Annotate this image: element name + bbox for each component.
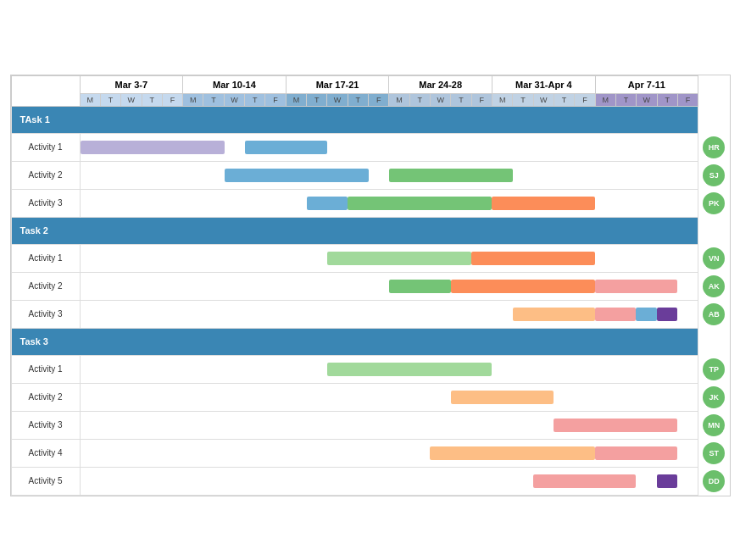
main-container: Mar 3-7Mar 10-14Mar 17-21Mar 24-28Mar 31… [6, 56, 735, 505]
day-header: F [162, 93, 182, 106]
avatar-cell: JK [698, 383, 730, 411]
day-header: M [595, 93, 615, 106]
task-label: Task 3 [11, 328, 698, 355]
avatar: JK [703, 386, 725, 408]
activity-row: Activity 1VN [11, 244, 730, 272]
day-header: W [224, 93, 244, 106]
avatar-cell: DD [698, 467, 730, 495]
day-header: T [657, 93, 677, 106]
gantt-bar [533, 474, 636, 488]
gantt-bar [327, 363, 492, 376]
gantt-bar [471, 252, 595, 265]
day-header: M [183, 93, 203, 106]
gantt-bar [595, 280, 677, 293]
avatar: DD [703, 470, 725, 492]
bar-cell [80, 189, 698, 217]
avatar: ST [703, 442, 725, 464]
day-header: F [471, 93, 492, 106]
avatar-cell: VN [698, 244, 730, 272]
activity-label: Activity 3 [11, 300, 80, 328]
week-header: Mar 10-14 [183, 75, 287, 93]
gantt-bar [225, 169, 369, 182]
gantt-bar [595, 446, 677, 460]
activity-label: Activity 2 [11, 383, 80, 411]
avatar: VN [703, 247, 725, 269]
avatar: MN [703, 414, 725, 436]
day-header: T [307, 93, 327, 106]
day-header: T [451, 93, 471, 106]
gantt-bar [595, 308, 637, 321]
day-header: F [575, 93, 595, 106]
activity-label: Activity 2 [11, 272, 80, 300]
activity-label: Activity 2 [11, 161, 80, 189]
bar-cell [80, 300, 698, 328]
day-header: T [245, 93, 265, 106]
activity-row: Activity 2JK [11, 383, 730, 411]
week-header: Mar 31-Apr 4 [492, 75, 596, 93]
avatar: HR [703, 136, 725, 158]
avatar-cell: TP [698, 355, 730, 383]
gantt-bar [636, 308, 656, 321]
day-header: M [80, 93, 100, 106]
avatar-cell: AB [698, 300, 730, 328]
task-group-header: Task 3 [11, 328, 730, 355]
gantt-bar [307, 197, 348, 210]
bar-cell [80, 272, 698, 300]
activity-label: Activity 3 [11, 189, 80, 217]
task-label: Task 2 [11, 217, 698, 244]
avatar-cell: HR [698, 133, 730, 161]
task-label: TAsk 1 [11, 106, 698, 133]
task-group-header: TAsk 1 [11, 106, 730, 133]
activity-label: Activity 1 [11, 355, 80, 383]
gantt-bar [451, 391, 554, 404]
avatar-cell: ST [698, 439, 730, 467]
activity-label: Activity 3 [11, 411, 80, 439]
gantt-bar [327, 252, 471, 265]
day-header: W [533, 93, 554, 106]
activity-label: Activity 1 [11, 133, 80, 161]
gantt-bar [348, 197, 492, 210]
activity-label: Activity 5 [11, 467, 80, 495]
bar-cell [80, 161, 698, 189]
gantt-bar [492, 197, 594, 210]
activity-row: Activity 5DD [11, 467, 730, 495]
day-header: W [121, 93, 142, 106]
activity-label: Activity 1 [11, 244, 80, 272]
day-header: F [677, 93, 698, 106]
activity-row: Activity 3AB [11, 300, 730, 328]
day-header: M [492, 93, 513, 106]
bar-cell [80, 411, 698, 439]
bar-cell [80, 467, 698, 495]
day-header: F [265, 93, 286, 106]
gantt-bar [657, 308, 677, 321]
day-header: M [286, 93, 306, 106]
gantt-bar [657, 474, 677, 488]
avatar-cell: MN [698, 411, 730, 439]
avatar: PK [703, 192, 725, 214]
gantt-bar [389, 169, 513, 182]
gantt-bar [389, 280, 451, 293]
day-header: W [431, 93, 451, 106]
avatar: TP [703, 358, 725, 380]
gantt-bar [430, 446, 594, 460]
bar-cell [80, 383, 698, 411]
activity-row: Activity 2AK [11, 272, 730, 300]
gantt-chart: Mar 3-7Mar 10-14Mar 17-21Mar 24-28Mar 31… [10, 75, 731, 496]
day-header: T [203, 93, 224, 106]
day-header: T [513, 93, 533, 106]
activity-row: Activity 1HR [11, 133, 730, 161]
day-header: F [369, 93, 389, 106]
day-header: T [348, 93, 368, 106]
day-header: M [389, 93, 409, 106]
task-group-header: Task 2 [11, 217, 730, 244]
gantt-bar [513, 308, 595, 321]
bar-cell [80, 439, 698, 467]
gantt-bar [451, 280, 595, 293]
bar-cell [80, 244, 698, 272]
day-header: T [615, 93, 636, 106]
gantt-bar [245, 141, 327, 154]
week-header: Mar 17-21 [286, 75, 389, 93]
activity-row: Activity 2SJ [11, 161, 730, 189]
avatar: AB [703, 303, 725, 325]
avatar: SJ [703, 164, 725, 186]
